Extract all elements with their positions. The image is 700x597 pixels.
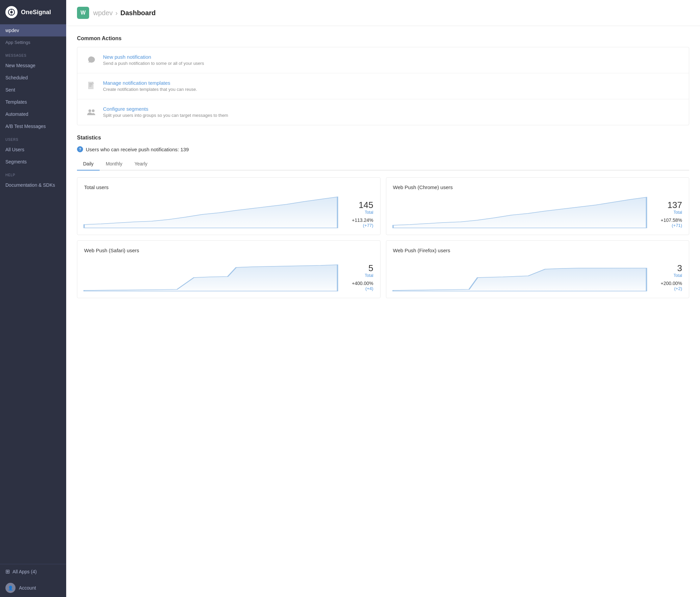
common-actions-title: Common Actions [77, 35, 689, 42]
sidebar-section-help: HELP [0, 168, 66, 179]
grid-icon: ⊞ [5, 568, 10, 575]
action-configure-segments-desc: Split your users into groups so you can … [103, 113, 681, 118]
sidebar-logo: OneSignal [0, 0, 66, 24]
sidebar: OneSignal wpdev App Settings MESSAGES Ne… [0, 0, 66, 597]
stats-users-count: Users who can receive push notifications… [86, 147, 189, 152]
sidebar-item-automated[interactable]: Automated [0, 108, 66, 120]
stats-header: ? Users who can receive push notificatio… [77, 146, 689, 152]
chart-safari-users-value: 5 [343, 264, 373, 273]
chart-chrome-users-inner: 137 Total +107.58% (+71) [393, 194, 682, 228]
chart-chrome-users-change: +107.58% [652, 218, 682, 223]
chart-firefox-users-value: 3 [652, 264, 682, 273]
action-new-push[interactable]: New push notification Send a push notifi… [77, 47, 689, 73]
chart-safari-users: Web Push (Safari) users [77, 241, 380, 298]
chart-safari-users-change-sub: (+4) [343, 286, 373, 291]
content-area: Common Actions New push notification Sen… [66, 26, 700, 307]
chart-safari-users-inner: 5 Total +400.00% (+4) [84, 257, 373, 291]
chart-safari-users-label: Total [343, 273, 373, 278]
chart-total-users-change-sub: (+77) [343, 223, 373, 228]
action-configure-segments-content: Configure segments Split your users into… [103, 106, 681, 118]
chart-safari-users-change: +400.00% [343, 281, 373, 286]
sidebar-section-users: USERS [0, 132, 66, 144]
chart-total-users-svg [84, 194, 338, 228]
chart-firefox-users-stats: 3 Total +200.00% (+2) [652, 264, 682, 291]
sidebar-item-templates[interactable]: Templates [0, 96, 66, 108]
sidebar-item-ab-test[interactable]: A/B Test Messages [0, 120, 66, 132]
action-configure-segments[interactable]: Configure segments Split your users into… [77, 99, 689, 125]
chart-firefox-users-title: Web Push (Firefox) users [393, 248, 682, 253]
chart-firefox-users: Web Push (Firefox) users [386, 241, 690, 298]
document-icon [85, 80, 98, 92]
app-badge: W [77, 7, 89, 19]
chart-total-users-label: Total [343, 210, 373, 215]
breadcrumb-separator: › [116, 9, 118, 17]
chat-bubble-icon [85, 54, 98, 66]
tab-daily[interactable]: Daily [77, 158, 100, 171]
action-manage-templates-desc: Create notification templates that you c… [103, 87, 681, 92]
svg-rect-6 [89, 84, 93, 85]
chart-total-users-value: 145 [343, 200, 373, 210]
help-icon[interactable]: ? [77, 146, 83, 152]
users-icon [85, 106, 98, 118]
chart-firefox-users-change-sub: (+2) [652, 286, 682, 291]
statistics-title: Statistics [77, 135, 689, 141]
chart-total-users-change: +113.24% [343, 218, 373, 223]
common-actions-section: Common Actions New push notification Sen… [77, 35, 689, 125]
chart-chrome-users-change-sub: (+71) [652, 223, 682, 228]
svg-rect-7 [89, 86, 92, 86]
all-apps-link[interactable]: ⊞ All Apps (4) [0, 564, 66, 579]
chart-chrome-users-stats: 137 Total +107.58% (+71) [652, 200, 682, 228]
svg-point-8 [89, 109, 91, 112]
chart-total-users: Total users [77, 177, 380, 235]
sidebar-item-docs[interactable]: Documentation & SDKs [0, 179, 66, 191]
sidebar-section-messages: MESSAGES [0, 48, 66, 59]
breadcrumb: wpdev › Dashboard [93, 9, 156, 17]
chart-chrome-users: Web Push (Chrome) users [386, 177, 690, 235]
action-new-push-content: New push notification Send a push notifi… [103, 54, 681, 66]
sidebar-app-wpdev[interactable]: wpdev [0, 24, 66, 36]
chart-chrome-users-label: Total [652, 210, 682, 215]
chart-firefox-users-change: +200.00% [652, 281, 682, 286]
chart-firefox-users-label: Total [652, 273, 682, 278]
action-manage-templates-title[interactable]: Manage notification templates [103, 80, 681, 86]
chart-chrome-users-value: 137 [652, 200, 682, 210]
sidebar-item-scheduled[interactable]: Scheduled [0, 72, 66, 84]
action-manage-templates[interactable]: Manage notification templates Create not… [77, 73, 689, 99]
avatar: 👤 [5, 583, 16, 593]
sidebar-bottom: ⊞ All Apps (4) 👤 Account [0, 564, 66, 597]
sidebar-item-sent[interactable]: Sent [0, 84, 66, 96]
chart-chrome-users-title: Web Push (Chrome) users [393, 184, 682, 190]
chart-safari-users-title: Web Push (Safari) users [84, 248, 373, 253]
chart-firefox-users-svg [393, 257, 647, 291]
statistics-section: Statistics ? Users who can receive push … [77, 135, 689, 298]
main-content: W wpdev › Dashboard Common Actions New p… [66, 0, 700, 597]
tab-yearly[interactable]: Yearly [128, 158, 153, 171]
chart-chrome-users-svg [393, 194, 647, 228]
stats-tabs: Daily Monthly Yearly [77, 158, 689, 171]
action-new-push-desc: Send a push notification to some or all … [103, 61, 681, 66]
tab-monthly[interactable]: Monthly [100, 158, 128, 171]
svg-point-9 [92, 109, 95, 112]
chart-total-users-stats: 145 Total +113.24% (+77) [343, 200, 373, 228]
sidebar-item-new-message[interactable]: New Message [0, 59, 66, 72]
breadcrumb-page-title: Dashboard [120, 9, 155, 17]
header: W wpdev › Dashboard [66, 0, 700, 26]
action-new-push-title[interactable]: New push notification [103, 54, 681, 60]
logo-icon [5, 6, 18, 18]
action-configure-segments-title[interactable]: Configure segments [103, 106, 681, 112]
chart-firefox-users-inner: 3 Total +200.00% (+2) [393, 257, 682, 291]
account-link[interactable]: 👤 Account [0, 579, 66, 597]
action-manage-templates-content: Manage notification templates Create not… [103, 80, 681, 92]
sidebar-item-segments[interactable]: Segments [0, 156, 66, 168]
breadcrumb-app-name: wpdev [93, 9, 113, 17]
svg-rect-5 [89, 83, 93, 84]
chart-total-users-title: Total users [84, 184, 373, 190]
chart-safari-users-stats: 5 Total +400.00% (+4) [343, 264, 373, 291]
charts-grid: Total users [77, 177, 689, 298]
sidebar-item-all-users[interactable]: All Users [0, 144, 66, 156]
sidebar-app-settings[interactable]: App Settings [0, 36, 66, 48]
chart-total-users-inner: 145 Total +113.24% (+77) [84, 194, 373, 228]
svg-point-1 [10, 11, 12, 13]
common-actions-list: New push notification Send a push notifi… [77, 47, 689, 125]
logo-text: OneSignal [21, 9, 51, 16]
